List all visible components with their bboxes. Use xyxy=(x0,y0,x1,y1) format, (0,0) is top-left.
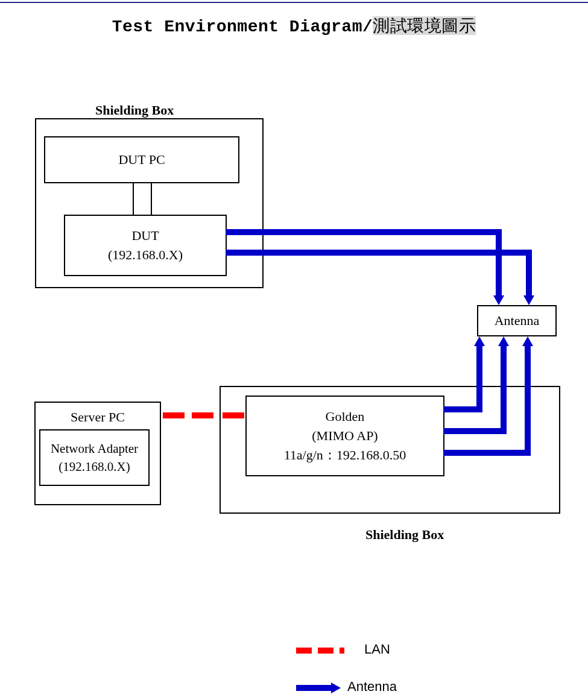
dut-pc-box: DUT PC xyxy=(44,136,239,183)
ant-line-d-v xyxy=(501,345,507,434)
legend-lan-label: LAN xyxy=(364,642,390,657)
ant-line-d-arrow xyxy=(498,336,509,346)
legend-lan-dash-1 xyxy=(296,648,312,654)
legend-antenna-label: Antenna xyxy=(347,679,397,695)
network-adapter-box: Network Adapter (192.168.0.X) xyxy=(39,429,150,486)
ant-line-b-arrow xyxy=(523,295,534,305)
ant-line-e-v xyxy=(525,345,531,456)
ant-line-c-arrow xyxy=(474,336,485,346)
dut-line2: (192.168.0.X) xyxy=(65,245,226,265)
adapter-line2: (192.168.0.X) xyxy=(40,458,148,476)
ant-line-a-h xyxy=(226,229,502,235)
golden-box: Golden (MIMO AP) 11a/g/n：192.168.0.50 xyxy=(245,396,444,476)
antenna-label: Antenna xyxy=(478,311,555,330)
ant-line-d-h xyxy=(443,428,507,434)
ant-line-a-v xyxy=(496,229,502,297)
dut-line1: DUT xyxy=(65,226,226,245)
lan-dash-2 xyxy=(192,412,213,418)
lan-dash-3 xyxy=(223,412,244,418)
page-title: Test Environment Diagram/測試環境圖示 xyxy=(0,14,588,37)
lan-dash-1 xyxy=(163,412,185,418)
ant-line-b-h xyxy=(226,250,532,256)
antenna-box: Antenna xyxy=(477,305,557,336)
ant-line-c-v xyxy=(476,345,482,412)
ant-line-e-h xyxy=(443,450,531,456)
legend-lan-dash-2 xyxy=(318,648,334,654)
ant-line-b-v xyxy=(526,250,532,297)
adapter-line1: Network Adapter xyxy=(40,440,148,458)
golden-line2: (MIMO AP) xyxy=(247,426,443,446)
top-rule xyxy=(0,2,588,3)
shield2-label: Shielding Box xyxy=(365,527,444,543)
dutpc-dut-connector xyxy=(133,182,152,216)
title-zh: 測試環境圖示 xyxy=(373,16,476,35)
dut-box: DUT (192.168.0.X) xyxy=(64,215,227,276)
shield1-label: Shielding Box xyxy=(95,102,174,118)
dut-pc-label: DUT PC xyxy=(45,150,238,169)
legend-ant-line xyxy=(296,685,332,691)
golden-line1: Golden xyxy=(247,407,443,426)
title-en: Test Environment Diagram/ xyxy=(112,17,373,36)
server-pc-label: Server PC xyxy=(36,408,160,427)
ant-line-e-arrow xyxy=(522,336,533,346)
legend-lan-dash-3 xyxy=(340,648,344,654)
legend-ant-arrow xyxy=(331,683,341,693)
golden-line3: 11a/g/n：192.168.0.50 xyxy=(247,446,443,465)
ant-line-a-arrow xyxy=(493,295,504,305)
diagram-canvas: Test Environment Diagram/測試環境圖示 Shieldin… xyxy=(0,0,588,700)
